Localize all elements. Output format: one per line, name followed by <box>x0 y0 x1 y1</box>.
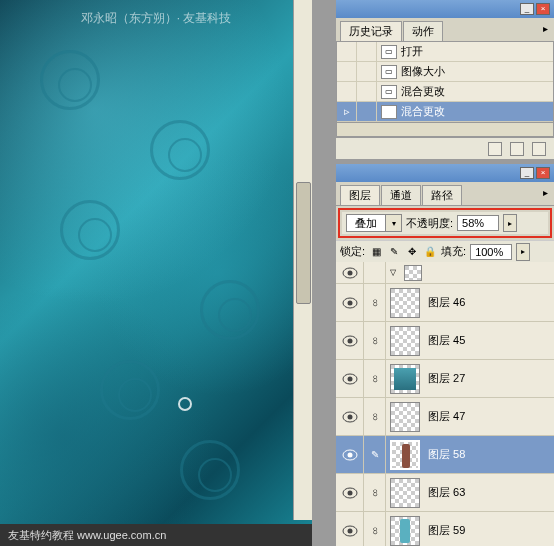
canvas-viewport[interactable]: 邓永昭（东方朔）· 友基科技 <box>0 0 312 546</box>
canvas-scrollbar-vertical[interactable] <box>293 0 312 520</box>
link-toggle[interactable]: 𝟾 <box>364 474 386 511</box>
layer-row[interactable]: 𝟾图层 27 <box>336 360 554 398</box>
fill-label: 填充: <box>441 244 466 259</box>
trash-icon[interactable] <box>532 142 546 156</box>
new-snapshot-icon[interactable] <box>488 142 502 156</box>
visibility-toggle[interactable] <box>336 284 364 321</box>
link-toggle[interactable] <box>364 262 386 283</box>
layers-panel-titlebar[interactable]: _ × <box>336 164 554 182</box>
link-toggle[interactable]: 𝟾 <box>364 284 386 321</box>
chevron-down-icon[interactable]: ▾ <box>385 215 401 231</box>
minimize-icon[interactable]: _ <box>520 167 534 179</box>
brush-cursor-icon <box>178 397 192 411</box>
link-toggle[interactable]: 𝟾 <box>364 360 386 397</box>
new-doc-icon[interactable] <box>510 142 524 156</box>
history-item[interactable]: ▭混合更改 <box>337 82 553 102</box>
layer-row[interactable]: 𝟾图层 59 <box>336 512 554 546</box>
history-item[interactable]: ▹▭混合更改 <box>337 102 553 122</box>
panel-menu-icon[interactable]: ▸ <box>537 185 554 205</box>
visibility-toggle[interactable] <box>336 322 364 359</box>
visibility-toggle[interactable] <box>336 262 364 283</box>
link-toggle[interactable]: 𝟾 <box>364 398 386 435</box>
expand-icon[interactable]: ▽ <box>390 268 396 277</box>
history-marker-icon: ▹ <box>337 102 357 121</box>
doc-icon: ▭ <box>381 45 397 59</box>
history-scrollbar[interactable] <box>337 122 553 136</box>
svg-point-15 <box>347 528 352 533</box>
visibility-toggle[interactable] <box>336 436 364 473</box>
link-toggle[interactable]: 𝟾 <box>364 512 386 546</box>
link-toggle[interactable]: ✎ <box>364 436 386 473</box>
highlight-annotation: 叠加 ▾ 不透明度: 58% ▸ <box>338 208 552 238</box>
visibility-toggle[interactable] <box>336 474 364 511</box>
layer-thumb[interactable] <box>390 516 420 546</box>
layer-thumb[interactable] <box>404 265 422 281</box>
svg-point-1 <box>347 270 352 275</box>
layer-row[interactable]: 𝟾图层 45 <box>336 322 554 360</box>
history-item[interactable]: ▭打开 <box>337 42 553 62</box>
svg-point-5 <box>347 338 352 343</box>
close-icon[interactable]: × <box>536 167 550 179</box>
layer-row[interactable]: 𝟾图层 63 <box>336 474 554 512</box>
lock-transparent-icon[interactable]: ▦ <box>369 245 383 259</box>
history-footer <box>336 137 554 159</box>
blend-mode-select[interactable]: 叠加 ▾ <box>346 214 402 232</box>
tab-history[interactable]: 历史记录 <box>340 21 402 41</box>
fill-input[interactable]: 100% <box>470 244 512 260</box>
doc-icon: ▭ <box>381 65 397 79</box>
doc-icon: ▭ <box>381 105 397 119</box>
tab-layers[interactable]: 图层 <box>340 185 380 205</box>
tab-paths[interactable]: 路径 <box>422 185 462 205</box>
lock-move-icon[interactable]: ✥ <box>405 245 419 259</box>
history-item[interactable]: ▭图像大小 <box>337 62 553 82</box>
panel-menu-icon[interactable]: ▸ <box>537 21 554 41</box>
tab-channels[interactable]: 通道 <box>381 185 421 205</box>
layer-row[interactable]: 𝟾图层 47 <box>336 398 554 436</box>
minimize-icon[interactable]: _ <box>520 3 534 15</box>
link-toggle[interactable]: 𝟾 <box>364 322 386 359</box>
svg-point-9 <box>347 414 352 419</box>
layer-thumb[interactable] <box>390 288 420 318</box>
fill-flyout-icon[interactable]: ▸ <box>516 243 530 261</box>
layer-thumb[interactable] <box>390 440 420 470</box>
svg-point-3 <box>347 300 352 305</box>
svg-point-7 <box>347 376 352 381</box>
layer-thumb[interactable] <box>390 364 420 394</box>
lock-paint-icon[interactable]: ✎ <box>387 245 401 259</box>
layer-group-row[interactable]: ▽ <box>336 262 554 284</box>
tab-actions[interactable]: 动作 <box>403 21 443 41</box>
history-list: ▭打开 ▭图像大小 ▭混合更改 ▹▭混合更改 <box>336 41 554 137</box>
svg-point-13 <box>347 490 352 495</box>
layer-thumb[interactable] <box>390 402 420 432</box>
opacity-flyout-icon[interactable]: ▸ <box>503 214 517 232</box>
opacity-input[interactable]: 58% <box>457 215 499 231</box>
doc-icon: ▭ <box>381 85 397 99</box>
svg-point-11 <box>347 452 352 457</box>
layer-row[interactable]: ✎图层 58 <box>336 436 554 474</box>
bottom-status-bar: 友基特约教程 www.ugee.com.cn <box>0 524 312 546</box>
visibility-toggle[interactable] <box>336 512 364 546</box>
layer-list: ▽ 𝟾图层 46 𝟾图层 45 𝟾图层 27 𝟾图层 47 ✎图层 58 𝟾图层… <box>336 262 554 546</box>
visibility-toggle[interactable] <box>336 398 364 435</box>
lock-label: 锁定: <box>340 244 365 259</box>
close-icon[interactable]: × <box>536 3 550 15</box>
layer-thumb[interactable] <box>390 326 420 356</box>
opacity-label: 不透明度: <box>406 216 453 231</box>
watermark-text: 邓永昭（东方朔）· 友基科技 <box>0 10 312 27</box>
visibility-toggle[interactable] <box>336 360 364 397</box>
layer-row[interactable]: 𝟾图层 46 <box>336 284 554 322</box>
history-panel-titlebar[interactable]: _ × <box>336 0 554 18</box>
layer-thumb[interactable] <box>390 478 420 508</box>
lock-all-icon[interactable]: 🔒 <box>423 245 437 259</box>
